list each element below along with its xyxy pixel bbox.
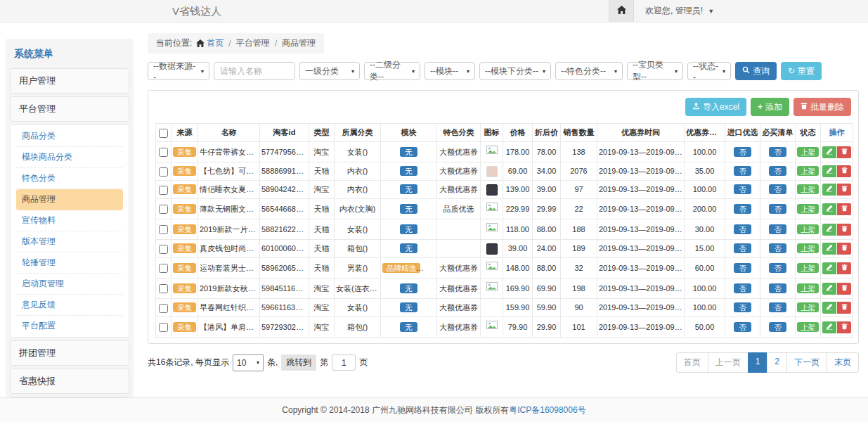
sidebar-item[interactable]: 启动页管理 [16, 274, 123, 295]
must-buy-toggle-button[interactable]: 否 [769, 283, 786, 293]
sidebar-item[interactable]: 轮播管理 [16, 252, 123, 274]
edit-button[interactable] [822, 321, 836, 333]
edit-button[interactable] [822, 146, 836, 158]
must-buy-toggle-button[interactable]: 否 [769, 322, 786, 332]
status-button[interactable]: 上架 [797, 204, 819, 214]
sidebar-item[interactable]: 商品分类 [16, 126, 123, 147]
row-checkbox[interactable] [159, 323, 168, 332]
module-badge[interactable]: 无 [400, 204, 417, 214]
row-checkbox[interactable] [159, 167, 168, 177]
import-toggle-button[interactable]: 否 [734, 243, 751, 253]
module-badge[interactable]: 无 [400, 322, 417, 332]
jump-button[interactable]: 跳转到 [281, 354, 316, 371]
sidebar-item[interactable]: 用户管理 [10, 68, 129, 94]
breadcrumb-home-link[interactable]: 首页 [207, 37, 224, 49]
status-button[interactable]: 上架 [797, 283, 819, 293]
search-button[interactable]: 查询 [735, 62, 777, 80]
module-badge[interactable]: 无 [400, 184, 417, 194]
delete-button[interactable] [837, 184, 851, 196]
sidebar-item[interactable]: 意见反馈 [16, 295, 123, 316]
edit-button[interactable] [822, 262, 836, 274]
module-badge[interactable]: 无 [400, 302, 417, 312]
edit-button[interactable] [822, 165, 836, 177]
row-checkbox[interactable] [159, 186, 168, 195]
delete-button[interactable] [837, 146, 851, 158]
sidebar-item[interactable]: 省惠快报 [10, 369, 129, 394]
select-all-checkbox[interactable] [159, 129, 168, 138]
status-button[interactable]: 上架 [797, 166, 819, 176]
edit-button[interactable] [822, 243, 836, 255]
must-buy-toggle-button[interactable]: 否 [769, 224, 786, 234]
page-button[interactable]: 2 [767, 352, 787, 373]
sidebar-item[interactable]: 拼团管理 [10, 340, 129, 366]
sidebar-item[interactable]: 特色分类 [16, 168, 123, 189]
must-buy-toggle-button[interactable]: 否 [769, 204, 786, 214]
reset-button[interactable]: ↻ 重置 [781, 62, 822, 80]
row-checkbox[interactable] [159, 245, 168, 254]
import-toggle-button[interactable]: 否 [734, 263, 751, 273]
filter-select[interactable]: --状态--▾ [687, 62, 731, 80]
sidebar-item[interactable]: 宣传物料 [16, 210, 123, 231]
import-toggle-button[interactable]: 否 [734, 204, 751, 214]
row-checkbox[interactable] [159, 264, 168, 273]
status-button[interactable]: 上架 [797, 243, 819, 253]
delete-button[interactable] [837, 262, 851, 274]
status-button[interactable]: 上架 [797, 302, 819, 312]
edit-button[interactable] [822, 283, 836, 295]
module-badge[interactable]: 品牌精选 [382, 263, 420, 273]
status-button[interactable]: 上架 [797, 184, 819, 194]
filter-select[interactable]: --宝贝类型--▾ [627, 62, 683, 80]
delete-button[interactable] [837, 243, 851, 255]
status-button[interactable]: 上架 [797, 263, 819, 273]
icp-link[interactable]: 粤ICP备16098006号 [509, 404, 585, 416]
filter-select[interactable]: --模块下分类--▾ [479, 62, 551, 80]
batch-delete-button[interactable]: 批量删除 [793, 98, 851, 116]
import-toggle-button[interactable]: 否 [734, 302, 751, 312]
must-buy-toggle-button[interactable]: 否 [769, 263, 786, 273]
name-search-input[interactable] [214, 62, 295, 80]
sidebar-item[interactable]: 模块商品分类 [16, 147, 123, 168]
per-page-select[interactable]: 10 ▾ [233, 354, 264, 371]
status-button[interactable]: 上架 [797, 224, 819, 234]
import-excel-button[interactable]: 导入excel [685, 98, 746, 116]
filter-select[interactable]: --模块--▾ [425, 62, 475, 80]
data-source-select[interactable]: --数据来源-- ▾ [148, 62, 209, 80]
edit-button[interactable] [822, 184, 836, 196]
delete-button[interactable] [837, 321, 851, 333]
delete-button[interactable] [837, 302, 851, 314]
sidebar-item[interactable]: 平台管理 [10, 96, 129, 122]
sidebar-item[interactable]: 平台配置 [16, 316, 123, 336]
import-toggle-button[interactable]: 否 [734, 147, 751, 157]
edit-button[interactable] [822, 302, 836, 314]
must-buy-toggle-button[interactable]: 否 [769, 147, 786, 157]
import-toggle-button[interactable]: 否 [734, 224, 751, 234]
home-button[interactable] [609, 0, 634, 22]
sidebar-item[interactable]: 版本管理 [16, 231, 123, 252]
import-toggle-button[interactable]: 否 [734, 184, 751, 194]
must-buy-toggle-button[interactable]: 否 [769, 184, 786, 194]
module-badge[interactable]: 无 [400, 166, 417, 176]
edit-button[interactable] [822, 203, 836, 215]
must-buy-toggle-button[interactable]: 否 [769, 166, 786, 176]
row-checkbox[interactable] [159, 304, 168, 313]
edit-button[interactable] [822, 224, 836, 236]
filter-select[interactable]: --二级分类--▾ [364, 62, 420, 80]
module-badge[interactable]: 无 [400, 224, 417, 234]
module-badge[interactable]: 无 [400, 283, 417, 293]
import-toggle-button[interactable]: 否 [734, 322, 751, 332]
import-toggle-button[interactable]: 否 [734, 283, 751, 293]
page-button[interactable]: 下一页 [786, 352, 827, 373]
must-buy-toggle-button[interactable]: 否 [769, 243, 786, 253]
row-checkbox[interactable] [159, 148, 168, 157]
page-number-input[interactable] [332, 354, 356, 371]
page-button[interactable]: 首页 [676, 352, 708, 373]
status-button[interactable]: 上架 [797, 322, 819, 332]
page-button[interactable]: 1 [748, 352, 768, 373]
filter-select[interactable]: --特色分类--▾ [555, 62, 623, 80]
add-button[interactable]: + 添加 [751, 98, 789, 116]
page-button[interactable]: 上一页 [708, 352, 749, 373]
page-button[interactable]: 末页 [827, 352, 859, 373]
status-button[interactable]: 上架 [797, 147, 819, 157]
delete-button[interactable] [837, 283, 851, 295]
must-buy-toggle-button[interactable]: 否 [769, 302, 786, 312]
